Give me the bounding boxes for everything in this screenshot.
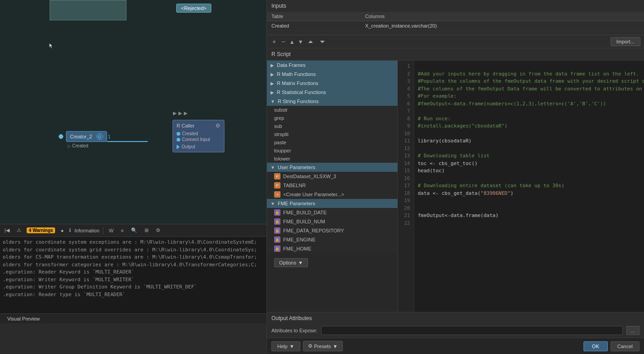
creator-dot xyxy=(59,134,63,139)
connector-line xyxy=(107,141,148,142)
presets-dropdown-icon: ▼ xyxy=(333,344,338,349)
log-btn-3[interactable]: ● xyxy=(59,227,65,234)
inputs-section: Inputs Table Columns Created X_creation_… xyxy=(267,0,644,35)
creator-port-created: ▷ Created xyxy=(68,143,110,148)
log-btn-list[interactable]: ≡ xyxy=(119,227,125,234)
create-user-param[interactable]: + <Create User Parameter...> xyxy=(267,190,397,199)
log-line-3: olders for CS-MAP transformation excepti… xyxy=(3,254,264,261)
rcaller-node[interactable]: ▶ ▶ ▶ R Caller ⚙ Created Connect Input xyxy=(173,120,224,152)
remove-row-button[interactable]: − xyxy=(280,38,287,46)
category-r-string[interactable]: ▼ R String Functions xyxy=(267,97,397,106)
attrs-to-expose-label: Attributes to Expose: xyxy=(271,328,317,333)
param-fme-build-date[interactable]: 🔒 FME_BUILD_DATE xyxy=(267,208,397,217)
fme-param-icon-2: 🔒 xyxy=(274,218,280,225)
log-bottom-bar: Visual Preview xyxy=(0,313,266,323)
fme-params-list: 🔒 FME_BUILD_DATE 🔒 FME_BUILD_NUM 🔒 FME_D… xyxy=(267,208,397,253)
rscript-editor[interactable]: 12345 678910 1112131415 1617181920 2122 … xyxy=(398,61,644,312)
arrow-fme-params: ▼ xyxy=(271,201,275,206)
warnings-badge: 4 Warnings xyxy=(27,227,56,233)
param-fme-home[interactable]: 🔒 FME_HOME xyxy=(267,244,397,253)
arrow-user-params: ▼ xyxy=(271,165,275,170)
move-down-button[interactable]: ▾ xyxy=(297,38,304,46)
row-table-val: Created xyxy=(267,21,360,31)
rcaller-title: R Caller ⚙ xyxy=(177,123,220,129)
canvas-box xyxy=(50,0,126,20)
category-data-frames[interactable]: ▶ Data Frames xyxy=(267,61,397,70)
port-connect-dot xyxy=(177,138,180,142)
presets-icon: ⚙ xyxy=(308,343,313,349)
rcaller-label: R Caller xyxy=(177,123,195,128)
creator-port-number: 1 xyxy=(108,134,111,139)
rcaller-gear-icon[interactable]: ⚙ xyxy=(215,123,220,129)
fme-param-icon-4: 🔒 xyxy=(274,236,280,243)
visual-preview-button[interactable]: Visual Preview xyxy=(4,315,43,322)
param-fme-build-num[interactable]: 🔒 FME_BUILD_NUM xyxy=(267,217,397,226)
ok-button[interactable]: OK xyxy=(583,341,608,351)
log-line-7: .eguration: Writer Group Definition Keyw… xyxy=(3,283,264,291)
left-panel: <Rejected> Creator_2 ⚙ 1 xyxy=(0,0,266,354)
table-row-empty xyxy=(267,31,644,35)
log-btn-settings[interactable]: ⚙ xyxy=(154,227,162,234)
help-dropdown-icon: ▼ xyxy=(289,344,294,349)
main-area: <Rejected> Creator_2 ⚙ 1 xyxy=(0,0,644,354)
move-up-button[interactable]: ▴ xyxy=(289,38,295,46)
attrs-more-button[interactable]: … xyxy=(626,326,639,335)
param-fme-engine[interactable]: 🔒 FME_ENGINE xyxy=(267,235,397,244)
user-param-icon-1: P xyxy=(274,173,280,179)
creator-settings-icon[interactable]: ⚙ xyxy=(97,133,103,140)
rejected-node: <Rejected> xyxy=(176,4,211,13)
category-fme-params[interactable]: ▼ FME Parameters xyxy=(267,199,397,208)
arrow-r-matrix: ▶ xyxy=(271,81,274,86)
create-param-icon: + xyxy=(274,191,280,198)
log-line-8: .eguration: Reader type is `MULTI_READER… xyxy=(3,291,264,299)
category-r-math[interactable]: ▶ R Math Functions xyxy=(267,70,397,79)
func-paste[interactable]: paste xyxy=(267,138,397,146)
options-button[interactable]: Options ▼ xyxy=(274,258,308,267)
func-strsplit[interactable]: strsplit xyxy=(267,130,397,138)
output-attrs-section: Output Attributes Attributes to Expose: … xyxy=(267,312,644,338)
log-btn-search[interactable]: 🔍 xyxy=(129,227,139,234)
code-editor[interactable]: #Add your inputs here by dragging in fro… xyxy=(414,61,644,312)
table-row[interactable]: Created X_creation_instance,varchar(20) xyxy=(267,21,644,31)
options-container: Options ▼ xyxy=(267,253,397,272)
param-dest-dataset[interactable]: P DestDataset_XLSXW_3 xyxy=(267,172,397,181)
col-columns: Columns xyxy=(360,12,644,21)
param-fme-data-repo[interactable]: 🔒 FME_DATA_REPOSITORY xyxy=(267,226,397,235)
rcaller-toolbar-icon3[interactable]: ▶ xyxy=(184,110,187,116)
rcaller-port-connect: Connect Input xyxy=(177,137,220,142)
category-r-matrix[interactable]: ▶ R Matrix Functions xyxy=(267,79,397,88)
output-attrs-header: Output Attributes xyxy=(267,312,644,324)
separator xyxy=(103,227,103,234)
info-label: Information xyxy=(75,228,99,233)
fme-param-icon-5: 🔒 xyxy=(274,245,280,252)
func-tolower[interactable]: tolower xyxy=(267,155,397,163)
info-icon: ℹ xyxy=(69,227,71,233)
creator-node[interactable]: Creator_2 ⚙ 1 ▷ Created xyxy=(59,131,110,148)
rcaller-toolbar-icon1[interactable]: ▶ xyxy=(173,110,177,116)
attrs-to-expose-input[interactable] xyxy=(321,326,623,335)
func-sub[interactable]: sub xyxy=(267,122,397,130)
log-line-1: olders for coordinate system exceptions … xyxy=(3,239,264,246)
param-tabelnr[interactable]: P TABELNR xyxy=(267,181,397,190)
move-top-button[interactable]: ⏶ xyxy=(306,38,316,46)
add-row-button[interactable]: + xyxy=(271,38,278,46)
cancel-button[interactable]: Cancel xyxy=(611,341,639,351)
func-substr[interactable]: substr xyxy=(267,106,397,114)
log-btn-w[interactable]: W xyxy=(107,227,115,234)
category-r-statistical[interactable]: ▶ R Statistical Functions xyxy=(267,88,397,97)
help-button[interactable]: Help ▼ xyxy=(271,341,300,351)
log-line-6: .eguration: Writer Keyword is `MULTI_WRI… xyxy=(3,276,264,284)
log-btn-1[interactable]: |◀ xyxy=(3,227,11,234)
log-btn-2[interactable]: ⚠ xyxy=(15,227,23,234)
user-params-list: P DestDataset_XLSXW_3 P TABELNR + <Creat… xyxy=(267,172,397,199)
log-btn-filter[interactable]: ⊞ xyxy=(143,227,150,234)
func-toupper[interactable]: toupper xyxy=(267,146,397,155)
bottom-left: Help ▼ ⚙ Presets ▼ xyxy=(271,341,343,351)
bottom-bar: Help ▼ ⚙ Presets ▼ OK Cancel xyxy=(267,338,644,354)
presets-button[interactable]: ⚙ Presets ▼ xyxy=(303,341,343,351)
move-bottom-button[interactable]: ⏷ xyxy=(317,38,327,46)
category-user-params[interactable]: ▼ User Parameters xyxy=(267,163,397,172)
import-button[interactable]: Import... xyxy=(611,37,640,46)
rcaller-toolbar-icon2[interactable]: ▶ xyxy=(178,110,182,116)
func-grep[interactable]: grep xyxy=(267,114,397,122)
